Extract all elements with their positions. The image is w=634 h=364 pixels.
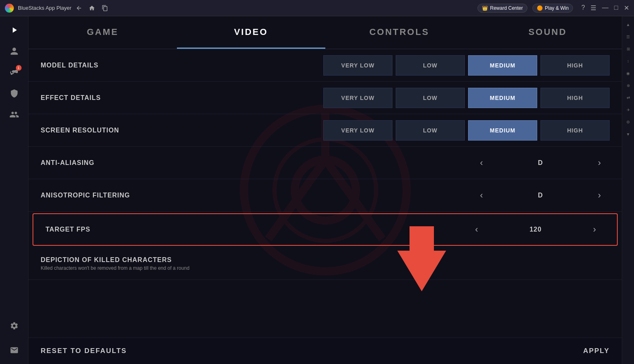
gun-badge: 1 xyxy=(16,65,22,71)
titlebar: BlueStacks App Player 👑 Reward Center 🟠 … xyxy=(0,0,634,16)
anti-aliasing-value: D xyxy=(492,159,589,167)
anti-aliasing-row: ANTI-ALIASING ‹ D › xyxy=(28,147,622,179)
anisotropic-right-btn[interactable]: › xyxy=(589,185,610,206)
back-icon[interactable] xyxy=(76,5,82,11)
tab-game-label: GAME xyxy=(87,27,118,37)
tab-video-label: VIDEO xyxy=(234,27,268,37)
tab-game[interactable]: GAME xyxy=(28,16,177,49)
sidebar-item-gear[interactable] xyxy=(5,317,23,335)
right-item-1[interactable]: ▲ xyxy=(623,20,633,29)
model-details-buttons: VERY LOW LOW MEDIUM HIGH xyxy=(323,55,610,76)
right-item-6[interactable]: ⊕ xyxy=(623,80,633,90)
target-fps-row: TARGET FPS ‹ 120 › xyxy=(33,213,618,246)
anisotropic-filtering-row: ANISOTROPIC FILTERING ‹ D › xyxy=(28,179,622,212)
tab-sound-label: SOUND xyxy=(528,27,566,37)
depiction-sublabel: Killed characters won't be removed from … xyxy=(41,265,252,271)
play-win-icon: 🟠 xyxy=(537,5,543,11)
titlebar-left: BlueStacks App Player xyxy=(5,4,108,13)
right-item-8[interactable]: ✈ xyxy=(623,105,633,115)
effect-low-btn[interactable]: LOW xyxy=(396,88,465,108)
close-button[interactable]: ✕ xyxy=(624,4,629,12)
reward-label: Reward Center xyxy=(490,5,523,11)
bluestacks-logo xyxy=(5,4,14,13)
effect-medium-btn[interactable]: MEDIUM xyxy=(468,88,537,108)
screen-resolution-label: SCREEN RESOLUTION xyxy=(41,127,252,134)
depiction-label-text: DEPICTION OF KILLED CHARACTERS xyxy=(41,256,172,263)
tab-controls-label: CONTROLS xyxy=(369,27,429,37)
tab-video[interactable]: VIDEO xyxy=(177,16,325,49)
right-item-3[interactable]: ⊞ xyxy=(623,44,633,54)
sidebar-item-mail[interactable] xyxy=(5,341,23,359)
copy-icon[interactable] xyxy=(102,5,108,11)
window-controls: ? ☰ — □ ✕ xyxy=(581,4,629,12)
effect-high-btn[interactable]: HIGH xyxy=(540,88,610,108)
res-high-btn[interactable]: HIGH xyxy=(540,120,610,141)
screen-resolution-buttons: VERY LOW LOW MEDIUM HIGH xyxy=(323,120,610,141)
model-low-btn[interactable]: LOW xyxy=(396,55,465,76)
content-area: GAME VIDEO CONTROLS SOUND MODEL DETAILS … xyxy=(28,16,622,364)
maximize-button[interactable]: □ xyxy=(614,4,618,12)
sidebar-item-shield[interactable] xyxy=(5,84,23,102)
home-icon[interactable] xyxy=(89,5,95,11)
model-details-row: MODEL DETAILS VERY LOW LOW MEDIUM HIGH xyxy=(28,49,622,82)
settings-content: MODEL DETAILS VERY LOW LOW MEDIUM HIGH E… xyxy=(28,49,622,338)
anti-aliasing-right-btn[interactable]: › xyxy=(589,153,610,173)
right-item-2[interactable]: ☰ xyxy=(623,32,633,41)
model-medium-btn[interactable]: MEDIUM xyxy=(468,55,537,76)
titlebar-nav xyxy=(76,5,108,11)
tab-controls[interactable]: CONTROLS xyxy=(325,16,474,49)
sidebar: 1 xyxy=(0,16,28,364)
effect-details-buttons: VERY LOW LOW MEDIUM HIGH xyxy=(323,88,610,108)
anti-aliasing-left-btn[interactable]: ‹ xyxy=(471,153,492,173)
reward-icon: 👑 xyxy=(482,5,488,11)
apply-button[interactable]: APPLY xyxy=(583,347,610,355)
right-sidebar: ▲ ☰ ⊞ ↕ ◉ ⊕ ⇄ ✈ ⚙ ▼ xyxy=(622,16,634,364)
depiction-label: DEPICTION OF KILLED CHARACTERS Killed ch… xyxy=(41,256,252,271)
sidebar-item-users[interactable] xyxy=(5,106,23,124)
reset-defaults-button[interactable]: RESET TO DEFAULTS xyxy=(41,347,127,355)
sidebar-item-play[interactable] xyxy=(5,21,23,39)
play-win-label: Play & Win xyxy=(545,5,569,11)
tab-sound[interactable]: SOUND xyxy=(473,16,622,49)
target-fps-right-btn[interactable]: › xyxy=(584,219,605,240)
right-item-7[interactable]: ⇄ xyxy=(623,93,633,102)
target-fps-left-btn[interactable]: ‹ xyxy=(466,219,487,240)
effect-details-row: EFFECT DETAILS VERY LOW LOW MEDIUM HIGH xyxy=(28,82,622,114)
help-button[interactable]: ? xyxy=(581,4,585,12)
model-verylow-btn[interactable]: VERY LOW xyxy=(323,55,392,76)
target-fps-control: ‹ 120 › xyxy=(466,219,605,240)
depiction-row: DEPICTION OF KILLED CHARACTERS Killed ch… xyxy=(28,247,622,280)
anti-aliasing-label: ANTI-ALIASING xyxy=(41,159,252,167)
right-item-4[interactable]: ↕ xyxy=(623,56,633,66)
target-fps-value: 120 xyxy=(487,226,584,233)
effect-verylow-btn[interactable]: VERY LOW xyxy=(323,88,392,108)
bottom-bar: RESET TO DEFAULTS APPLY xyxy=(28,338,622,364)
anisotropic-filtering-label: ANISOTROPIC FILTERING xyxy=(41,192,252,199)
right-item-5[interactable]: ◉ xyxy=(623,68,633,78)
menu-button[interactable]: ☰ xyxy=(590,4,596,12)
sidebar-item-user[interactable] xyxy=(5,42,23,60)
sidebar-item-gun[interactable]: 1 xyxy=(5,63,23,81)
screen-resolution-row: SCREEN RESOLUTION VERY LOW LOW MEDIUM HI… xyxy=(28,114,622,147)
effect-details-label: EFFECT DETAILS xyxy=(41,94,252,102)
main-layout: 1 GAME xyxy=(0,16,634,364)
anisotropic-filtering-control: ‹ D › xyxy=(471,185,610,206)
model-high-btn[interactable]: HIGH xyxy=(540,55,610,76)
anti-aliasing-control: ‹ D › xyxy=(471,153,610,173)
tab-bar: GAME VIDEO CONTROLS SOUND xyxy=(28,16,622,49)
res-low-btn[interactable]: LOW xyxy=(396,120,465,141)
reward-center-button[interactable]: 👑 Reward Center xyxy=(477,4,527,13)
anisotropic-value: D xyxy=(492,192,589,199)
target-fps-label: TARGET FPS xyxy=(46,226,257,233)
minimize-button[interactable]: — xyxy=(602,4,608,12)
right-item-10[interactable]: ▼ xyxy=(623,129,633,139)
right-item-9[interactable]: ⚙ xyxy=(623,117,633,127)
titlebar-right: 👑 Reward Center 🟠 Play & Win ? ☰ — □ ✕ xyxy=(477,4,629,13)
anisotropic-left-btn[interactable]: ‹ xyxy=(471,185,492,206)
play-win-button[interactable]: 🟠 Play & Win xyxy=(532,4,573,13)
res-medium-btn[interactable]: MEDIUM xyxy=(468,120,537,141)
res-verylow-btn[interactable]: VERY LOW xyxy=(323,120,392,141)
model-details-label: MODEL DETAILS xyxy=(41,62,252,69)
titlebar-title: BlueStacks App Player xyxy=(18,5,72,11)
